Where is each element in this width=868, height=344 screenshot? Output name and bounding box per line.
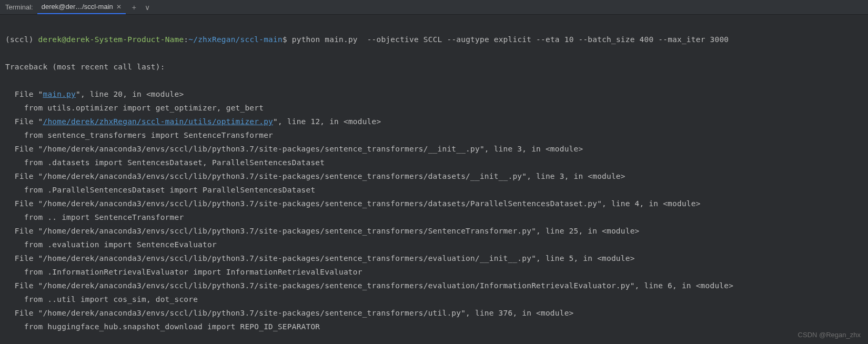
terminal-output[interactable]: (sccl) derek@derek-System-Product-Name:~… [0, 15, 868, 344]
traceback-file-line: File "main.py", line 20, in <module> [5, 87, 863, 101]
traceback-code-line: from ..util import cos_sim, dot_score [5, 292, 863, 306]
prompt-user: derek@derek-System-Product-Name [38, 35, 184, 44]
traceback-file-line: File "/home/derek/anaconda3/envs/sccl/li… [5, 279, 863, 292]
traceback-file-line: File "/home/derek/anaconda3/envs/sccl/li… [5, 224, 863, 238]
prompt-dollar: $ [282, 35, 287, 44]
file-link[interactable]: /home/derek/zhxRegan/sccl-main/utils/opt… [43, 117, 273, 126]
traceback-code-line: from huggingface_hub.snapshot_download i… [5, 320, 863, 333]
traceback-code-line: from .ParallelSentencesDataset import Pa… [5, 183, 863, 197]
prompt-line: (sccl) derek@derek-System-Product-Name:~… [5, 33, 863, 46]
terminal-tab-title: derek@der…/sccl-main [42, 3, 113, 11]
command-text: python main.py --objective SCCL --augtyp… [287, 35, 729, 44]
terminal-tab-bar: Terminal: derek@der…/sccl-main ✕ + ∨ [0, 0, 868, 15]
terminal-tab-active[interactable]: derek@der…/sccl-main ✕ [37, 0, 126, 14]
traceback-code-line: from sentence_transformers import Senten… [5, 128, 863, 142]
traceback-code-line: from .evaluation import SentenceEvaluato… [5, 238, 863, 251]
file-link[interactable]: main.py [43, 90, 76, 98]
close-icon[interactable]: ✕ [116, 3, 122, 11]
traceback-file-line: File "/home/derek/zhxRegan/sccl-main/uti… [5, 115, 863, 128]
traceback-file-line: File "/home/derek/anaconda3/envs/sccl/li… [5, 169, 863, 183]
traceback-file-line: File "/home/derek/anaconda3/envs/sccl/li… [5, 142, 863, 156]
traceback-file-line: File "/home/derek/anaconda3/envs/sccl/li… [5, 306, 863, 320]
traceback-code-line: from .. import SentenceTransformer [5, 210, 863, 224]
env-name: (sccl) [5, 35, 34, 44]
traceback-header: Traceback (most recent call last): [5, 60, 863, 74]
traceback-code-line: from .datasets import SentencesDataset, … [5, 156, 863, 169]
prompt-path: ~/zhxRegan/sccl-main [188, 35, 282, 44]
traceback-code-line: from utils.optimizer import get_optimize… [5, 101, 863, 115]
traceback-file-line: File "/home/derek/anaconda3/envs/sccl/li… [5, 197, 863, 210]
prompt-colon: : [184, 35, 188, 44]
chevron-down-icon[interactable]: ∨ [143, 3, 152, 12]
add-tab-button[interactable]: + [130, 3, 138, 12]
traceback-frames: File "main.py", line 20, in <module> fro… [5, 87, 863, 333]
watermark-text: CSDN @Regan_zhx [798, 331, 861, 339]
traceback-file-line: File "/home/derek/anaconda3/envs/sccl/li… [5, 251, 863, 265]
terminal-label: Terminal: [5, 3, 33, 11]
traceback-code-line: from .InformationRetrievalEvaluator impo… [5, 265, 863, 279]
